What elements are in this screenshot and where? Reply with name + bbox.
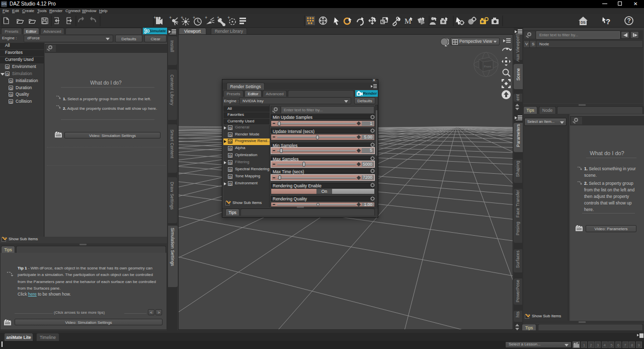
svg-text:Front: Front [484,65,491,68]
svg-text:DS: DS [581,21,586,24]
svg-text:?: ? [627,17,631,24]
svg-text:+: + [205,15,207,20]
svg-text:?: ? [606,17,610,26]
svg-text:+: + [181,15,183,20]
svg-text:+: + [153,15,156,20]
svg-text:+: + [227,15,230,20]
svg-text:+: + [169,15,172,20]
svg-text:+: + [193,15,195,20]
svg-text:+: + [217,15,219,20]
